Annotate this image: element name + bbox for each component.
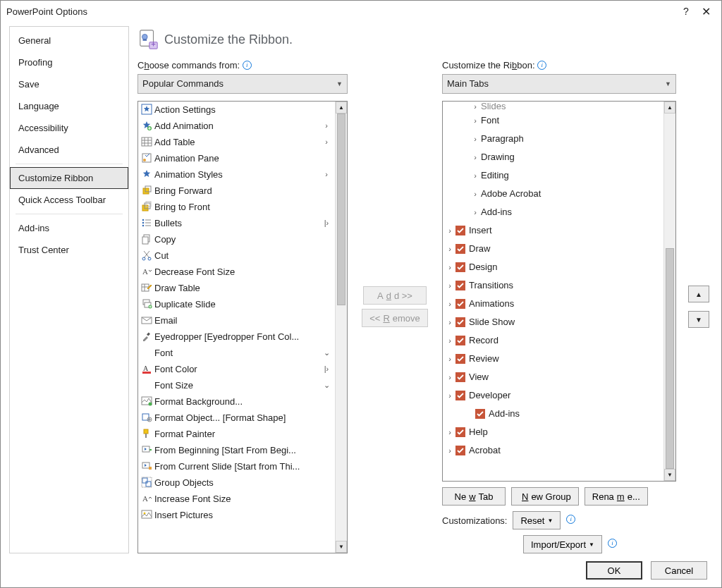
info-icon[interactable]: i (608, 539, 617, 548)
tree-tab[interactable]: ›Record (443, 331, 663, 350)
command-item[interactable]: Add Animation› (138, 118, 335, 134)
command-item[interactable]: Bullets|› (138, 215, 335, 231)
sidebar-item-advanced[interactable]: Advanced (10, 139, 128, 161)
expander-icon[interactable]: › (471, 153, 479, 161)
checkbox[interactable] (455, 317, 465, 327)
remove-button[interactable]: << Remove (362, 309, 428, 327)
scroll-up-icon[interactable]: ▲ (664, 102, 675, 114)
ribbon-tree[interactable]: ›Slides›Font›Paragraph›Drawing›Editing›A… (442, 101, 676, 482)
checkbox[interactable] (455, 281, 465, 290)
expander-icon[interactable]: › (446, 355, 454, 363)
command-item[interactable]: Bring to Front (138, 199, 335, 215)
command-item[interactable]: Action Settings (138, 102, 335, 118)
sidebar-item-language[interactable]: Language (10, 95, 128, 117)
tree-group[interactable]: ›Add-ins (443, 203, 663, 221)
command-item[interactable]: Add Table› (138, 134, 335, 150)
info-icon[interactable]: i (537, 61, 546, 70)
checkbox[interactable] (455, 391, 465, 400)
tree-tab[interactable]: ›Acrobat (443, 441, 663, 460)
checkbox[interactable] (455, 336, 465, 345)
scrollbar[interactable]: ▲ ▼ (663, 102, 675, 482)
command-item[interactable]: AIncrease Font Size (138, 491, 335, 507)
checkbox[interactable] (455, 354, 465, 364)
expander-icon[interactable]: › (446, 281, 454, 290)
command-item[interactable]: Format Object... [Format Shape] (138, 410, 335, 426)
expander-icon[interactable]: › (471, 135, 479, 143)
scroll-down-icon[interactable]: ▼ (664, 469, 675, 481)
expander-icon[interactable]: › (471, 171, 479, 180)
info-icon[interactable]: i (566, 515, 575, 524)
checkbox[interactable] (475, 409, 485, 419)
tree-tab[interactable]: ›Design (443, 258, 663, 276)
sidebar-item-trust-center[interactable]: Trust Center (10, 239, 128, 261)
close-icon[interactable]: ✕ (696, 5, 716, 18)
command-item[interactable]: ADecrease Font Size (138, 264, 335, 280)
command-item[interactable]: Copy (138, 231, 335, 247)
command-item[interactable]: Format Painter (138, 426, 335, 442)
command-item[interactable]: Animation Pane (138, 150, 335, 166)
sidebar-item-customize-ribbon[interactable]: Customize Ribbon (10, 167, 128, 189)
tree-group[interactable]: ›Paragraph (443, 130, 663, 148)
expander-icon[interactable]: › (446, 446, 454, 455)
command-item[interactable]: Bring Forward (138, 183, 335, 199)
choose-commands-combo[interactable]: Popular Commands ▼ (137, 74, 348, 94)
new-tab-button[interactable]: New Tab (442, 487, 506, 506)
tree-group[interactable]: ›Adobe Acrobat (443, 185, 663, 203)
info-icon[interactable]: i (243, 61, 252, 70)
sidebar-item-accessibility[interactable]: Accessibility (10, 117, 128, 139)
checkbox[interactable] (455, 372, 465, 382)
command-item[interactable]: Insert Pictures (138, 507, 335, 523)
expander-icon[interactable]: › (471, 208, 479, 216)
tree-tab[interactable]: ›Transitions (443, 276, 663, 295)
command-item[interactable]: Animation Styles› (138, 166, 335, 183)
command-item[interactable]: Font⌄ (138, 345, 335, 361)
reset-button[interactable]: Reset ▼ (513, 511, 561, 529)
customize-ribbon-combo[interactable]: Main Tabs ▼ (442, 74, 676, 94)
command-item[interactable]: Group Objects (138, 474, 335, 491)
expander-icon[interactable]: › (446, 373, 454, 381)
tree-group[interactable]: ›Font (443, 111, 663, 130)
expander-icon[interactable]: › (471, 102, 479, 111)
add-button[interactable]: Add >> (363, 286, 427, 305)
sidebar-item-add-ins[interactable]: Add-ins (10, 217, 128, 239)
checkbox[interactable] (455, 226, 465, 235)
scrollbar[interactable]: ▲ ▼ (335, 102, 347, 553)
command-item[interactable]: From Current Slide [Start from Thi... (138, 458, 335, 474)
tree-group[interactable]: ›Drawing (443, 148, 663, 166)
help-icon[interactable]: ? (676, 6, 696, 17)
command-item[interactable]: Format Background... (138, 393, 335, 410)
tree-tab[interactable]: ›Review (443, 350, 663, 368)
expander-icon[interactable]: › (446, 428, 454, 436)
expander-icon[interactable]: › (446, 245, 454, 253)
tree-group[interactable]: ›Editing (443, 166, 663, 185)
command-item[interactable]: Font Size⌄ (138, 377, 335, 393)
tree-tab[interactable]: ›Slide Show (443, 313, 663, 331)
checkbox[interactable] (455, 446, 465, 455)
move-up-button[interactable]: ▲ (688, 286, 709, 302)
command-item[interactable]: Eyedropper [Eyedropper Font Col... (138, 329, 335, 345)
ok-button[interactable]: OK (586, 561, 642, 580)
command-item[interactable]: Duplicate Slide (138, 296, 335, 312)
cancel-button[interactable]: Cancel (651, 561, 707, 580)
scroll-up-icon[interactable]: ▲ (336, 102, 347, 114)
expander-icon[interactable]: › (446, 263, 454, 271)
command-item[interactable]: AFont Color|› (138, 361, 335, 377)
sidebar-item-save[interactable]: Save (10, 73, 128, 95)
command-item[interactable]: Cut (138, 247, 335, 264)
expander-icon[interactable]: › (471, 190, 479, 198)
checkbox[interactable] (455, 427, 465, 437)
tree-tab[interactable]: ›Draw (443, 240, 663, 258)
checkbox[interactable] (455, 262, 465, 272)
rename-button[interactable]: Rename... (585, 487, 648, 506)
command-item[interactable]: From Beginning [Start From Begi... (138, 442, 335, 458)
tree-group[interactable]: Add-ins (443, 405, 663, 423)
sidebar-item-proofing[interactable]: Proofing (10, 51, 128, 73)
tree-tab[interactable]: ›Developer (443, 386, 663, 405)
checkbox[interactable] (455, 299, 465, 309)
expander-icon[interactable]: › (446, 391, 454, 400)
expander-icon[interactable]: › (446, 226, 454, 235)
tree-group[interactable]: ›Slides (443, 102, 663, 111)
tree-tab[interactable]: ›Insert (443, 221, 663, 240)
tree-tab[interactable]: ›Help (443, 423, 663, 441)
new-group-button[interactable]: New Group (511, 487, 579, 506)
